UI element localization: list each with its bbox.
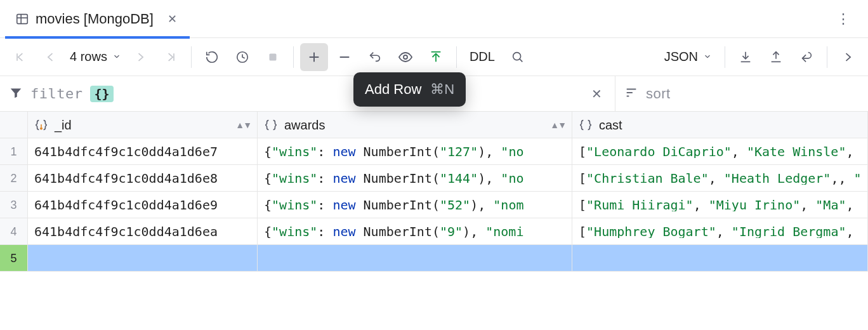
- filter-clear-button[interactable]: ✕: [588, 82, 606, 105]
- svg-rect-6: [269, 53, 276, 60]
- close-icon[interactable]: ✕: [165, 10, 180, 29]
- braces-icon: [34, 118, 48, 132]
- cell-id[interactable]: 641b4dfc4f9c1c0dd4a1d6e8: [28, 165, 258, 192]
- cell-awards[interactable]: {"wins": new NumberInt("144"), "no: [258, 165, 572, 192]
- row-number[interactable]: 1: [0, 138, 28, 165]
- delete-row-button[interactable]: [331, 43, 358, 71]
- export-button[interactable]: [732, 43, 760, 71]
- expand-button[interactable]: [834, 43, 862, 71]
- cell-id[interactable]: 641b4dfc4f9c1c0dd4a1d6e7: [28, 138, 258, 165]
- cell-id[interactable]: 641b4dfc4f9c1c0dd4a1d6ea: [28, 218, 258, 245]
- prev-page-button[interactable]: [37, 43, 65, 71]
- stop-button[interactable]: [259, 43, 287, 71]
- revert-button[interactable]: [361, 43, 389, 71]
- cell-cast[interactable]: ["Rumi Hiiragi", "Miyu Irino", "Ma", ": [572, 192, 868, 218]
- row-number-header: [0, 112, 28, 138]
- tooltip-text: Add Row: [365, 81, 421, 98]
- cell-cast[interactable]: ["Christian Bale", "Heath Ledger",, ": [572, 165, 868, 192]
- column-header-label: awards: [284, 119, 325, 131]
- filter-brace-chip[interactable]: {}: [90, 86, 113, 102]
- tab-movies[interactable]: movies [MongoDB] ✕: [5, 0, 190, 38]
- row-number[interactable]: 2: [0, 165, 28, 192]
- cell-id[interactable]: [28, 245, 258, 272]
- next-page-button[interactable]: [126, 43, 154, 71]
- cell-cast[interactable]: ["Leonardo DiCaprio", "Kate Winsle", ": [572, 138, 868, 165]
- add-row-tooltip: Add Row ⌘N: [353, 72, 466, 107]
- row-number[interactable]: 5: [0, 245, 28, 272]
- chevron-down-icon: [703, 50, 712, 64]
- row-number[interactable]: 4: [0, 218, 28, 245]
- add-row-button[interactable]: [300, 43, 328, 71]
- cell-cast[interactable]: [572, 245, 868, 272]
- filter-placeholder: filter: [30, 86, 82, 102]
- reload-button[interactable]: [198, 43, 226, 71]
- filter-box[interactable]: filter {} ✕: [0, 76, 615, 111]
- svg-point-22: [40, 127, 43, 129]
- svg-point-13: [513, 52, 521, 60]
- preview-button[interactable]: [391, 43, 419, 71]
- toolbar: 4 rows DDL JSON: [0, 38, 868, 76]
- last-page-button[interactable]: [157, 43, 185, 71]
- column-header-label: _id: [55, 119, 72, 131]
- cell-awards[interactable]: [258, 245, 572, 272]
- svg-rect-0: [17, 14, 28, 23]
- view-mode-label: JSON: [664, 50, 698, 64]
- sort-icon: [624, 86, 638, 102]
- tab-bar: movies [MongoDB] ✕ ⋮: [0, 0, 868, 38]
- sort-placeholder: sort: [646, 86, 671, 102]
- braces-icon: [264, 118, 278, 132]
- tab-options-button[interactable]: ⋮: [824, 11, 863, 27]
- sort-indicator-icon[interactable]: ▲▼: [550, 121, 565, 129]
- ddl-button[interactable]: DDL: [463, 50, 501, 64]
- cell-awards[interactable]: {"wins": new NumberInt("127"), "no: [258, 138, 572, 165]
- column-header-awards[interactable]: awards▲▼: [258, 112, 572, 138]
- history-button[interactable]: [228, 43, 256, 71]
- column-header-label: cast: [599, 119, 622, 131]
- filter-icon: [9, 86, 23, 102]
- svg-line-14: [520, 58, 522, 61]
- row-count-text: 4 rows: [70, 50, 107, 64]
- row-number[interactable]: 3: [0, 192, 28, 218]
- view-mode-selector[interactable]: JSON: [658, 50, 718, 64]
- column-header-cast[interactable]: cast: [572, 112, 868, 138]
- table-icon: [15, 12, 29, 26]
- import-button[interactable]: [762, 43, 790, 71]
- row-count-selector[interactable]: 4 rows: [67, 50, 124, 64]
- submit-button[interactable]: [422, 43, 450, 71]
- tab-title: movies [MongoDB]: [36, 11, 154, 27]
- first-page-button[interactable]: [6, 43, 34, 71]
- cell-awards[interactable]: {"wins": new NumberInt("52"), "nom: [258, 192, 572, 218]
- cell-awards[interactable]: {"wins": new NumberInt("9"), "nomi: [258, 218, 572, 245]
- copy-to-button[interactable]: [792, 43, 820, 71]
- chevron-down-icon: [112, 50, 121, 64]
- search-button[interactable]: [504, 43, 532, 71]
- cell-id[interactable]: 641b4dfc4f9c1c0dd4a1d6e9: [28, 192, 258, 218]
- sort-box[interactable]: sort: [615, 76, 868, 111]
- data-grid: _id▲▼ awards▲▼ cast1 641b4dfc4f9c1c0dd4a…: [0, 112, 868, 272]
- sort-indicator-icon[interactable]: ▲▼: [235, 121, 251, 129]
- svg-point-10: [404, 55, 407, 59]
- braces-icon: [579, 118, 593, 132]
- tooltip-shortcut: ⌘N: [430, 81, 454, 98]
- column-header-id[interactable]: _id▲▼: [28, 112, 258, 138]
- cell-cast[interactable]: ["Humphrey Bogart", "Ingrid Bergma", ": [572, 218, 868, 245]
